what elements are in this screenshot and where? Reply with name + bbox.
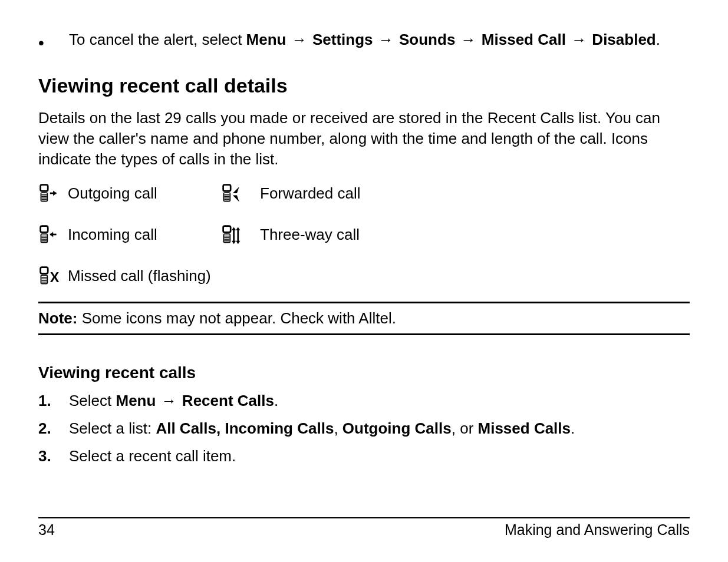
svg-rect-27 [223,226,231,233]
svg-marker-38 [236,227,240,230]
step-trail: . [274,392,278,409]
path-menu: Menu [246,31,286,48]
page-number: 34 [38,521,55,538]
step-number: 1. [38,391,69,411]
svg-marker-17 [233,196,239,202]
svg-rect-40 [41,267,48,274]
intro-paragraph: Details on the last 29 calls you made or… [38,108,690,170]
page-footer: 34 Making and Answering Calls [38,521,690,538]
bullet-text: To cancel the alert, select Menu → Setti… [69,29,660,54]
missed-call-icon: X [38,265,68,286]
svg-rect-9 [223,185,231,191]
step-text: Select Menu → Recent Calls. [69,391,278,411]
svg-marker-16 [233,187,239,193]
note-label: Note: [38,309,77,327]
bullet-dot-icon [38,29,69,54]
cancel-alert-bullet: To cancel the alert, select Menu → Setti… [38,29,690,54]
steps-list: 1. Select Menu → Recent Calls. 2. Select… [38,391,690,467]
incoming-call-label: Incoming call [68,226,221,244]
svg-marker-36 [232,241,236,244]
step-trail: . [571,419,575,437]
step-bold-3: Missed Calls [478,419,571,437]
subsection-heading: Viewing recent calls [38,363,690,382]
step-3: 3. Select a recent call item. [38,446,690,467]
outgoing-call-label: Outgoing call [68,184,221,203]
step-lead: Select a list: [69,419,156,437]
step-bold-2: Outgoing Calls [342,419,452,437]
arrow-icon: → [291,29,308,50]
call-type-legend: Outgoing call Forwarded call [38,183,690,286]
svg-marker-35 [232,227,236,230]
three-way-call-label: Three-way call [260,226,690,244]
forwarded-call-icon [221,183,260,204]
step-bold: Menu [116,392,156,409]
path-settings: Settings [312,31,373,48]
step-2: 2. Select a list: All Calls, Incoming Ca… [38,418,690,439]
svg-rect-0 [41,185,48,191]
forwarded-call-label: Forwarded call [260,184,690,203]
bullet-trail: . [656,31,660,48]
step-bold-2: Recent Calls [182,392,274,409]
arrow-icon: → [377,29,395,50]
sep: , [334,419,342,437]
incoming-call-icon [38,224,68,245]
path-missed-call: Missed Call [482,31,566,48]
step-number: 2. [38,418,69,439]
step-lead: Select a recent call item. [69,447,236,465]
bullet-lead: To cancel the alert, select [69,31,246,48]
path-disabled: Disabled [592,31,655,48]
note-box: Note: Some icons may not appear. Check w… [38,302,690,335]
svg-rect-18 [41,226,48,233]
svg-marker-39 [236,241,240,244]
footer-rule [38,517,690,518]
chapter-title: Making and Answering Calls [505,521,690,538]
outgoing-call-icon [38,183,68,204]
step-number: 3. [38,446,69,467]
step-bold-list: All Calls, Incoming Calls [156,419,334,437]
step-text: Select a recent call item. [69,446,236,467]
svg-marker-8 [53,191,56,196]
missed-call-label: Missed call (flashing) [68,267,221,285]
note-text: Some icons may not appear. Check with Al… [77,309,396,327]
manual-page: To cancel the alert, select Menu → Setti… [0,0,728,562]
arrow-icon: → [460,29,477,50]
three-way-call-icon [221,224,260,245]
svg-marker-26 [50,232,53,237]
sep: , or [452,419,478,437]
arrow-icon: → [160,391,178,411]
arrow-icon: → [570,29,588,50]
path-sounds: Sounds [399,31,455,48]
step-1: 1. Select Menu → Recent Calls. [38,391,690,411]
step-text: Select a list: All Calls, Incoming Calls… [69,418,575,439]
svg-text:X: X [50,270,60,285]
step-lead: Select [69,392,116,409]
section-heading: Viewing recent call details [38,74,690,97]
